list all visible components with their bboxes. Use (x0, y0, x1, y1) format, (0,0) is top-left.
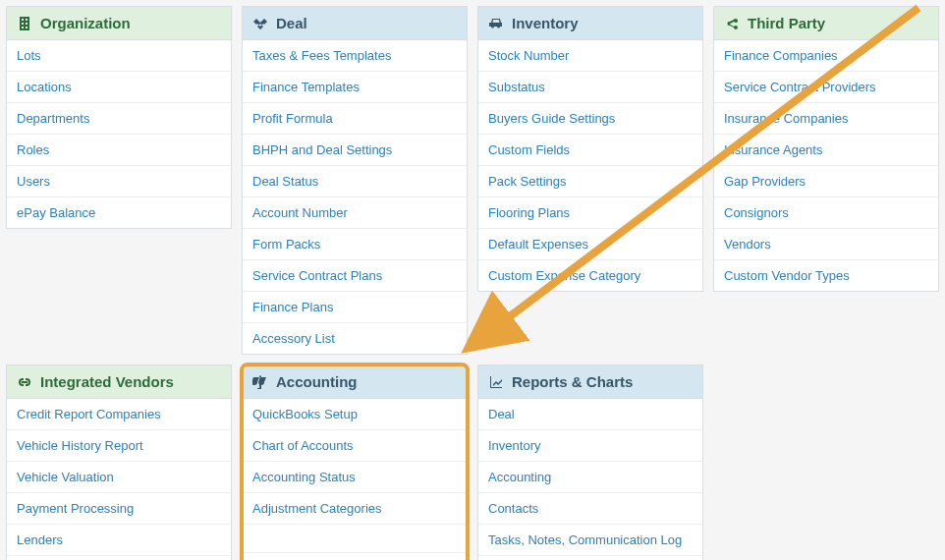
panel-integrated-vendors: Integrated Vendors Credit Report Compani… (6, 364, 232, 560)
item-finance-plans[interactable]: Finance Plans (243, 292, 467, 323)
item-users[interactable]: Users (7, 166, 231, 197)
car-icon (488, 16, 504, 31)
item-adjustment-categories[interactable]: Adjustment Categories (243, 493, 467, 525)
item-buyers-guide-settings[interactable]: Buyers Guide Settings (478, 103, 702, 135)
item-report-contacts[interactable]: Contacts (478, 493, 702, 525)
panel-header-third-party: Third Party (714, 7, 938, 40)
item-pack-settings[interactable]: Pack Settings (478, 166, 702, 197)
panel-title: Accounting (276, 373, 358, 390)
panel-items-integrated: Credit Report Companies Vehicle History … (7, 399, 231, 560)
panel-header-integrated-vendors: Integrated Vendors (7, 365, 231, 399)
building-icon (17, 16, 32, 31)
panel-title: Third Party (748, 15, 825, 31)
item-report-deal[interactable]: Deal (478, 399, 702, 430)
item-finance-templates[interactable]: Finance Templates (243, 72, 467, 103)
item-finance-companies[interactable]: Finance Companies (714, 40, 938, 72)
scale-icon (252, 374, 268, 390)
link-icon (17, 374, 32, 390)
panel-items-deal: Taxes & Fees Templates Finance Templates… (243, 40, 467, 354)
panel-items-organization: Lots Locations Departments Roles Users e… (7, 40, 231, 228)
item-custom-expense-category[interactable]: Custom Expense Category (478, 260, 702, 291)
item-bhph-deal-settings[interactable]: BHPH and Deal Settings (243, 135, 467, 166)
handshake-icon (252, 16, 268, 31)
panel-third-party: Third Party Finance Companies Service Co… (713, 6, 939, 292)
item-payment-processing[interactable]: Payment Processing (7, 493, 231, 525)
item-lots[interactable]: Lots (7, 40, 231, 72)
item-gap-providers[interactable]: Gap Providers (714, 166, 938, 197)
item-departments[interactable]: Departments (7, 103, 231, 135)
item-custom-vendor-types[interactable]: Custom Vendor Types (714, 260, 938, 291)
item-form-packs[interactable]: Form Packs (243, 229, 467, 260)
filler-row (243, 525, 467, 553)
item-locations[interactable]: Locations (7, 72, 231, 103)
item-lenders[interactable]: Lenders (7, 525, 231, 556)
panel-header-deal: Deal (243, 7, 467, 40)
item-epay-balance[interactable]: ePay Balance (7, 197, 231, 228)
panel-items-inventory: Stock Number Substatus Buyers Guide Sett… (478, 40, 702, 291)
item-default-expenses[interactable]: Default Expenses (478, 229, 702, 260)
panel-reports-charts: Reports & Charts Deal Inventory Accounti… (477, 364, 703, 560)
item-report-accounting[interactable]: Accounting (478, 462, 702, 493)
item-consignors[interactable]: Consignors (714, 197, 938, 229)
item-deal-status[interactable]: Deal Status (243, 166, 467, 197)
item-stock-number[interactable]: Stock Number (478, 40, 702, 72)
item-accessory-list[interactable]: Accessory List (243, 323, 467, 354)
item-flooring-plans[interactable]: Flooring Plans (478, 197, 702, 229)
share-icon (724, 16, 740, 31)
item-custom-fields[interactable]: Custom Fields (478, 135, 702, 166)
panel-title: Deal (276, 15, 307, 31)
item-service-contract-plans[interactable]: Service Contract Plans (243, 260, 467, 292)
panel-items-accounting: QuickBooks Setup Chart of Accounts Accou… (243, 399, 467, 560)
panel-organization: Organization Lots Locations Departments … (6, 6, 232, 229)
panel-title: Inventory (512, 15, 579, 31)
item-chart-of-accounts[interactable]: Chart of Accounts (243, 430, 467, 462)
item-insurance-companies[interactable]: Insurance Companies (714, 103, 938, 135)
panel-inventory: Inventory Stock Number Substatus Buyers … (477, 6, 703, 292)
chart-line-icon (488, 374, 504, 390)
item-report-deskmanager-import[interactable]: DeskManager (Desktop) Import Log (478, 556, 702, 560)
item-credit-report-companies[interactable]: Credit Report Companies (7, 399, 231, 430)
panel-deal: Deal Taxes & Fees Templates Finance Temp… (242, 6, 468, 355)
item-accounting-status[interactable]: Accounting Status (243, 462, 467, 493)
filler-row (243, 553, 467, 560)
item-vehicle-valuation[interactable]: Vehicle Valuation (7, 462, 231, 493)
item-profit-formula[interactable]: Profit Formula (243, 103, 467, 135)
panel-title: Organization (40, 15, 131, 31)
item-service-contract-providers[interactable]: Service Contract Providers (714, 72, 938, 103)
panel-items-third-party: Finance Companies Service Contract Provi… (714, 40, 938, 291)
panel-accounting: Accounting QuickBooks Setup Chart of Acc… (242, 364, 468, 560)
panel-header-organization: Organization (7, 7, 231, 40)
panel-title: Integrated Vendors (40, 373, 174, 390)
item-quickbooks-setup[interactable]: QuickBooks Setup (243, 399, 467, 430)
panel-items-reports: Deal Inventory Accounting Contacts Tasks… (478, 399, 702, 560)
item-report-tasks-notes[interactable]: Tasks, Notes, Communication Log (478, 525, 702, 556)
item-substatus[interactable]: Substatus (478, 72, 702, 103)
item-report-inventory[interactable]: Inventory (478, 430, 702, 462)
item-vendors[interactable]: Vendors (714, 229, 938, 260)
item-vehicle-history-report[interactable]: Vehicle History Report (7, 430, 231, 462)
item-roles[interactable]: Roles (7, 135, 231, 166)
item-electronic-vehicle-registration[interactable]: Electronic Vehicle Registration (7, 556, 231, 560)
panel-header-reports-charts: Reports & Charts (478, 365, 702, 399)
item-taxes-fees-templates[interactable]: Taxes & Fees Templates (243, 40, 467, 72)
panel-title: Reports & Charts (512, 373, 633, 390)
panel-header-inventory: Inventory (478, 7, 702, 40)
panel-header-accounting: Accounting (243, 365, 467, 399)
item-account-number[interactable]: Account Number (243, 197, 467, 229)
item-insurance-agents[interactable]: Insurance Agents (714, 135, 938, 166)
